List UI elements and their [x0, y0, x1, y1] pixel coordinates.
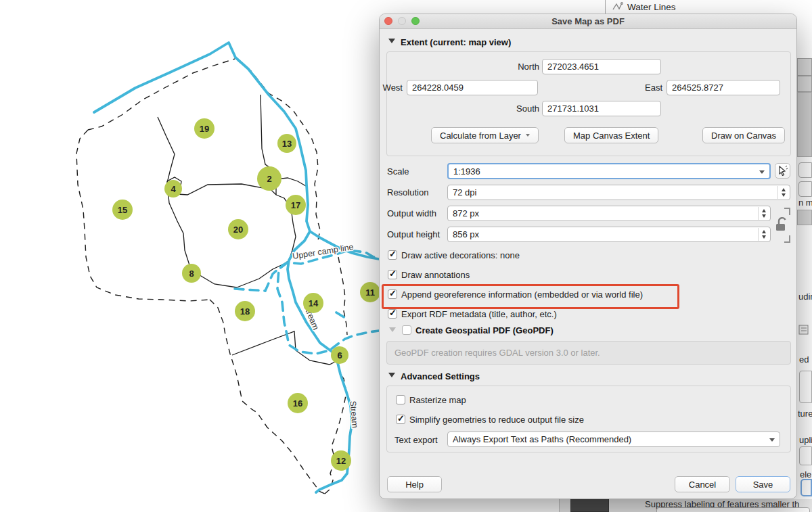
- west-input[interactable]: 264228.0459: [407, 80, 538, 95]
- map-marker-number: 14: [309, 298, 319, 308]
- spinner-buttons[interactable]: [777, 186, 789, 199]
- simplify-geometries-checkbox[interactable]: [396, 415, 405, 424]
- chevron-down-icon[interactable]: [759, 170, 765, 174]
- collapse-arrow-icon[interactable]: [388, 39, 395, 43]
- simplify-geometries-label: Simplify geometries to reduce output fil…: [409, 415, 584, 425]
- map-markers: 191324151720818141161612: [112, 118, 380, 471]
- help-button[interactable]: Help: [387, 476, 442, 492]
- scale-label: Scale: [387, 166, 409, 177]
- map-feature-label: Stream: [348, 400, 359, 428]
- map-marker-number: 16: [293, 398, 302, 409]
- bg-text-fragment: upli: [799, 435, 812, 445]
- bg-input[interactable]: [656, 507, 810, 512]
- save-label: Save: [753, 480, 773, 490]
- map-marker-number: 20: [233, 225, 243, 235]
- draw-decorations-checkbox[interactable]: [388, 250, 397, 260]
- output-width-label: Output width: [387, 208, 436, 218]
- spin-down-icon[interactable]: [762, 214, 766, 218]
- scale-combobox[interactable]: 1:1936: [447, 163, 771, 179]
- geopdf-note: GeoPDF creation requires GDAL version 3.…: [386, 341, 791, 365]
- text-export-combobox[interactable]: Always Export Text as Paths (Recommended…: [447, 432, 780, 447]
- draw-annotations-checkbox[interactable]: [388, 270, 397, 279]
- north-value: 272023.4651: [547, 62, 599, 72]
- spin-up-icon[interactable]: [782, 188, 786, 191]
- north-input[interactable]: 272023.4651: [542, 59, 661, 74]
- draw-on-canvas-label: Draw on Canvas: [711, 131, 776, 141]
- output-height-label: Output height: [387, 229, 440, 239]
- bg-field-focused: [800, 479, 812, 496]
- map-marker-number: 11: [365, 287, 375, 298]
- rasterize-map-checkbox[interactable]: [396, 395, 405, 404]
- set-scale-from-canvas-button[interactable]: [775, 163, 790, 179]
- cancel-button[interactable]: Cancel: [675, 476, 730, 492]
- map-marker-number: 13: [282, 139, 292, 149]
- south-label: South: [488, 103, 539, 114]
- chevron-down-icon[interactable]: [769, 438, 775, 442]
- map-marker-number: 4: [171, 184, 176, 194]
- create-geopdf-checkbox[interactable]: [402, 325, 411, 335]
- geopdf-collapse-arrow-icon[interactable]: [389, 327, 396, 332]
- bg-text-fragment: ele: [800, 469, 811, 480]
- bg-text-fragment: ture: [798, 409, 812, 419]
- resolution-spinbox[interactable]: 72 dpi: [447, 185, 790, 200]
- save-map-as-pdf-dialog: Save Map as PDF Extent (current: map vie…: [379, 14, 797, 499]
- cancel-label: Cancel: [689, 480, 716, 490]
- spin-up-icon[interactable]: [762, 230, 766, 233]
- bg-cell: [797, 58, 812, 76]
- map-marker-number: 19: [200, 124, 209, 134]
- bg-field: [799, 371, 812, 403]
- bg-field: [799, 446, 812, 465]
- calculate-from-layer-button[interactable]: Calculate from Layer: [431, 127, 539, 143]
- screen: { "background": { "water_lines": "Water …: [0, 0, 812, 512]
- output-height-value: 856 px: [453, 229, 479, 239]
- output-width-value: 872 px: [453, 208, 479, 218]
- text-export-value: Always Export Text as Paths (Recommended…: [453, 434, 631, 444]
- map-marker-number: 12: [336, 456, 346, 466]
- chevron-down-icon: [526, 134, 530, 137]
- bg-text-fragment: ed: [799, 354, 809, 365]
- draw-decorations-label: Draw active decorations: none: [401, 250, 520, 260]
- link-size-lock-icon[interactable]: [775, 206, 792, 245]
- save-button[interactable]: Save: [736, 476, 790, 492]
- map-canvas-extent-button[interactable]: Map Canvas Extent: [564, 127, 658, 143]
- map-marker-number: 6: [337, 350, 342, 360]
- scale-value: 1:1936: [453, 166, 480, 177]
- append-georeference-label: Append georeference information (embedde…: [401, 289, 643, 300]
- north-label: North: [488, 62, 539, 72]
- east-label: East: [641, 83, 662, 93]
- east-value: 264525.8727: [672, 83, 723, 93]
- layer-item-water-lines[interactable]: Water Lines: [612, 0, 676, 14]
- bg-text-fragment: udin: [798, 292, 812, 302]
- calculate-from-layer-label: Calculate from Layer: [440, 131, 521, 141]
- map-marker-number: 8: [189, 269, 194, 279]
- line-layer-icon: [612, 1, 623, 12]
- water-line-solid: [94, 43, 379, 492]
- output-height-spinbox[interactable]: 856 px: [447, 227, 771, 242]
- resolution-value: 72 dpi: [453, 187, 476, 197]
- spin-down-icon[interactable]: [762, 235, 766, 239]
- text-export-label: Text export: [394, 435, 438, 445]
- window-title: Save Map as PDF: [380, 16, 796, 26]
- spinner-buttons[interactable]: [758, 228, 769, 241]
- bg-field: [798, 181, 812, 197]
- east-input[interactable]: 264525.8727: [667, 80, 780, 95]
- bg-block: [797, 92, 812, 157]
- south-input[interactable]: 271731.1031: [542, 101, 661, 116]
- output-width-spinbox[interactable]: 872 px: [447, 206, 771, 221]
- bg-icon: [798, 325, 809, 335]
- spin-up-icon[interactable]: [762, 209, 766, 212]
- bg-color-swatch[interactable]: [570, 498, 609, 512]
- spin-down-icon[interactable]: [782, 193, 786, 197]
- titlebar[interactable]: Save Map as PDF: [380, 14, 796, 29]
- extent-header: Extent (current: map view): [401, 37, 511, 47]
- geopdf-note-text: GeoPDF creation requires GDAL version 3.…: [394, 348, 600, 358]
- create-geopdf-label: Create Geospatial PDF (GeoPDF): [415, 325, 554, 335]
- draw-on-canvas-button[interactable]: Draw on Canvas: [702, 127, 785, 143]
- bg-field: [798, 162, 812, 178]
- bg-cell: [797, 76, 812, 92]
- map-marker-number: 17: [291, 200, 300, 210]
- spinner-buttons[interactable]: [758, 207, 769, 220]
- advanced-collapse-arrow-icon[interactable]: [388, 373, 395, 377]
- export-rdf-checkbox[interactable]: [388, 309, 397, 319]
- append-georeference-checkbox[interactable]: [388, 289, 397, 299]
